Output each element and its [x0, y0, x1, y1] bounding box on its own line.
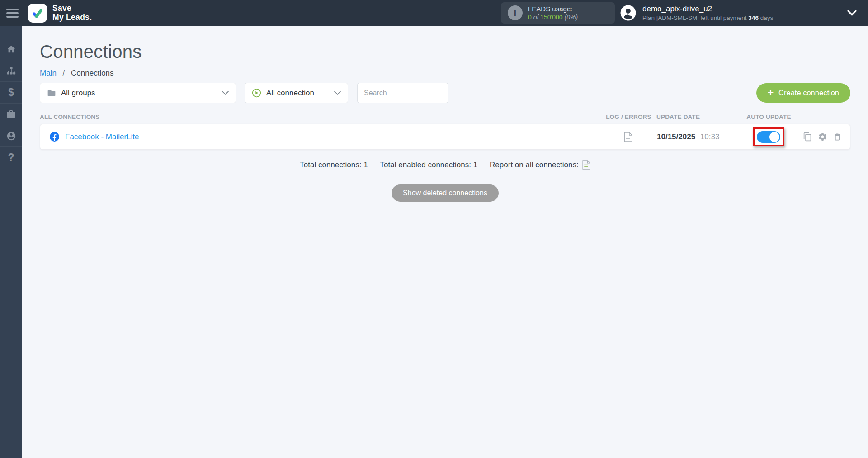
sitemap-icon: [6, 66, 16, 76]
row-actions: [803, 132, 850, 142]
trash-icon: [833, 132, 842, 142]
chevron-down-icon: [334, 89, 341, 97]
sidebar-nav: $ ?: [0, 38, 22, 168]
leads-percent: (0%): [565, 14, 578, 21]
copy-icon: [803, 132, 812, 142]
sidebar-item-profile[interactable]: [0, 125, 22, 146]
table-header-row: ALL CONNECTIONS LOG / ERRORS UPDATE DATE…: [40, 113, 850, 124]
brand-line1: Save: [52, 4, 92, 13]
checkmark-logo-icon: [31, 7, 44, 19]
toggle-knob: [769, 132, 779, 142]
brand-name: Save My Leads.: [52, 4, 92, 22]
log-errors-cell[interactable]: [602, 132, 654, 142]
user-icon: [6, 131, 16, 141]
leads-total: 150'000: [540, 14, 562, 21]
column-all-connections: ALL CONNECTIONS: [40, 113, 603, 120]
connection-type-dropdown[interactable]: All connection: [245, 83, 348, 103]
days-left-value: 346: [748, 14, 759, 21]
plus-icon: +: [768, 88, 774, 98]
sidebar-item-services[interactable]: [0, 103, 22, 125]
info-icon: i: [508, 5, 523, 20]
total-connections: Total connections: 1: [300, 161, 368, 170]
leads-used: 0: [528, 14, 532, 21]
help-icon: ?: [8, 151, 14, 164]
leads-usage-text: LEADS usage: 0 of 150'000 (0%): [528, 5, 578, 21]
filter-toolbar: All groups All connection + Create conne…: [40, 83, 850, 103]
days-word: days: [760, 14, 774, 21]
dollar-icon: $: [8, 86, 14, 99]
breadcrumb-main-link[interactable]: Main: [40, 69, 57, 77]
user-info: demo_apix-drive_u2 Plan |ADM-SML-SM| lef…: [642, 5, 773, 21]
avatar-icon: [620, 5, 637, 21]
sidebar-item-billing[interactable]: $: [0, 81, 22, 103]
breadcrumb-separator: /: [63, 69, 65, 77]
brand-line2: My Leads.: [52, 13, 92, 22]
main-content: Connections Main / Connections All group…: [22, 0, 868, 202]
connection-name-link[interactable]: Facebook - MailerLite: [65, 132, 139, 142]
breadcrumb-current: Connections: [71, 69, 114, 77]
leads-usage-value: 0 of 150'000 (0%): [528, 14, 578, 21]
create-connection-button[interactable]: + Create connection: [756, 83, 850, 103]
column-auto-update: AUTO UPDATE: [734, 113, 804, 120]
folder-icon: [47, 89, 56, 98]
update-date-cell: 10/15/2025 10:33: [654, 132, 733, 142]
create-connection-label: Create connection: [778, 89, 839, 97]
plan-text: Plan |ADM-SML-SM| left until payment: [642, 14, 747, 21]
groups-dropdown[interactable]: All groups: [40, 83, 236, 103]
briefcase-icon: [6, 109, 16, 119]
left-sidebar: $ ?: [0, 26, 22, 458]
settings-connection-button[interactable]: [818, 132, 827, 142]
update-date-value: 10/15/2025: [657, 132, 695, 141]
sidebar-item-home[interactable]: [0, 38, 22, 60]
delete-connection-button[interactable]: [833, 132, 842, 142]
leads-of: of: [533, 14, 539, 21]
connection-name-cell: Facebook - MailerLite: [40, 132, 602, 142]
sidebar-item-help[interactable]: ?: [0, 146, 22, 168]
connection-row: Facebook - MailerLite 10/15/2025 10:33: [40, 124, 850, 150]
user-plan: Plan |ADM-SML-SM| left until payment 346…: [642, 14, 773, 21]
page-title: Connections: [40, 42, 850, 61]
leads-usage-label: LEADS usage:: [528, 5, 578, 13]
connection-dropdown-value: All connection: [266, 89, 314, 98]
groups-dropdown-value: All groups: [61, 89, 95, 98]
auto-update-toggle[interactable]: [757, 131, 780, 143]
chevron-down-icon: [222, 89, 229, 97]
play-circle-icon: [252, 88, 261, 98]
app-logo[interactable]: [28, 4, 47, 23]
column-log-errors: LOG / ERRORS: [603, 113, 655, 120]
report-download-button[interactable]: [582, 160, 590, 170]
update-time-value: 10:33: [700, 132, 720, 141]
auto-update-cell: [733, 127, 803, 146]
report-document-icon: [582, 160, 590, 170]
breadcrumb: Main / Connections: [40, 69, 850, 78]
user-name: demo_apix-drive_u2: [642, 5, 773, 14]
facebook-icon: [49, 132, 60, 142]
column-update-date: UPDATE DATE: [655, 113, 734, 120]
home-icon: [6, 44, 16, 54]
highlight-box: [753, 127, 784, 146]
sidebar-item-connections[interactable]: [0, 60, 22, 81]
log-document-icon: [624, 132, 632, 142]
total-enabled-connections: Total enabled connections: 1: [380, 161, 478, 170]
copy-connection-button[interactable]: [803, 132, 812, 142]
summary-bar: Total connections: 1 Total enabled conne…: [40, 160, 850, 170]
show-deleted-connections-button[interactable]: Show deleted connections: [392, 184, 499, 202]
user-account-block[interactable]: demo_apix-drive_u2 Plan |ADM-SML-SM| lef…: [620, 5, 773, 21]
top-header: Save My Leads. i LEADS usage: 0 of 150'0…: [0, 0, 868, 26]
hamburger-menu-icon[interactable]: [6, 7, 19, 19]
search-input[interactable]: [357, 83, 448, 103]
report-all-connections: Report on all connections:: [490, 160, 590, 170]
report-label: Report on all connections:: [490, 161, 579, 170]
leads-usage-widget[interactable]: i LEADS usage: 0 of 150'000 (0%): [501, 2, 615, 24]
chevron-down-icon: [847, 10, 857, 16]
account-menu-chevron[interactable]: [847, 9, 857, 18]
gear-icon: [818, 132, 827, 142]
